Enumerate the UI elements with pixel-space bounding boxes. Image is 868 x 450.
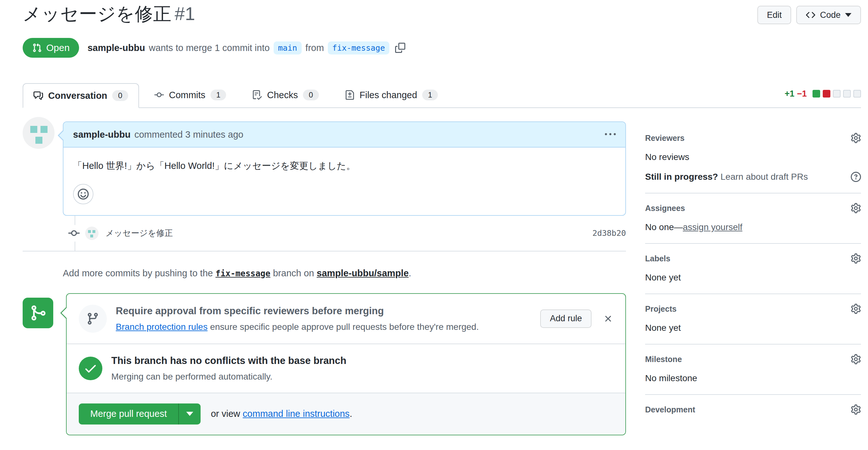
timeline-divider xyxy=(23,251,626,252)
timeline-comment: sample-ubbu commented 3 minutes ago 「Hel… xyxy=(23,121,626,216)
identicon-square xyxy=(35,137,42,144)
pr-tabnav: Conversation 0 Commits 1 Checks 0 Files … xyxy=(23,83,861,108)
git-merge-icon xyxy=(23,298,53,328)
branch-protection-actions: Add rule xyxy=(540,310,613,328)
tab-checks-label: Checks xyxy=(267,90,298,100)
tab-files-changed[interactable]: Files changed 1 xyxy=(334,83,449,107)
cli-hint-period: . xyxy=(349,409,352,419)
branch-protection-text: Require approval from specific reviewers… xyxy=(116,305,478,332)
git-commit-icon xyxy=(68,225,80,242)
merge-sentence-part2: from xyxy=(306,43,324,53)
git-pull-request-icon xyxy=(32,43,42,53)
comment-body: 「Hello 世界!」から「Hello World!」にメッセージを変更しました… xyxy=(63,148,625,215)
add-reaction-button[interactable] xyxy=(73,184,93,204)
chevron-down-icon xyxy=(845,13,851,17)
merge-actions-footer: Merge pull request or view command line … xyxy=(67,393,625,435)
push-hint-repo-link[interactable]: sample-ubbu/sample xyxy=(317,268,408,278)
comment-discussion-icon xyxy=(33,91,43,100)
labels-title: Labels xyxy=(645,254,670,263)
comment-options-button[interactable] xyxy=(605,129,616,140)
assign-yourself-link[interactable]: assign yourself xyxy=(683,222,742,232)
comment-caret-inner xyxy=(59,130,64,140)
copy-icon xyxy=(395,43,405,53)
milestone-title: Milestone xyxy=(645,355,682,364)
development-settings-button[interactable] xyxy=(851,405,861,415)
merge-pull-request-button[interactable]: Merge pull request xyxy=(79,404,178,424)
sidebar-section-assignees: Assignees No one—assign yourself xyxy=(645,193,861,244)
commit-avatar[interactable] xyxy=(85,227,98,240)
tab-conversation-label: Conversation xyxy=(48,91,107,101)
chevron-down-icon xyxy=(186,412,193,416)
projects-heading[interactable]: Projects xyxy=(645,304,861,314)
copy-branch-button[interactable] xyxy=(395,43,405,53)
main-column: sample-ubbu commented 3 minutes ago 「Hel… xyxy=(23,121,626,435)
merge-sentence: sample-ubbu wants to merge 1 commit into… xyxy=(87,41,405,55)
diffstat-block-neutral xyxy=(833,90,841,98)
labels-settings-button[interactable] xyxy=(851,253,861,263)
branch-protection-rules-link[interactable]: Branch protection rules xyxy=(116,322,208,332)
code-button-label: Code xyxy=(820,10,841,20)
learn-draft-prs-link[interactable]: Learn about draft PRs xyxy=(720,172,808,182)
development-heading[interactable]: Development xyxy=(645,405,861,415)
reviewers-settings-button[interactable] xyxy=(851,133,861,143)
pr-sidebar: Reviewers No reviews Still in progress? … xyxy=(645,121,861,435)
sidebar-section-reviewers: Reviewers No reviews Still in progress? … xyxy=(645,121,861,193)
commit-sha-link[interactable]: 2d38b20 xyxy=(592,228,626,238)
sidebar-section-projects: Projects None yet xyxy=(645,294,861,345)
git-commit-icon xyxy=(154,90,164,100)
gear-icon xyxy=(851,253,861,263)
sidebar-section-development: Development xyxy=(645,395,861,425)
merge-sentence-part1: wants to merge 1 commit into xyxy=(149,43,270,53)
tab-checks[interactable]: Checks 0 xyxy=(241,83,330,107)
add-rule-button-label: Add rule xyxy=(550,314,582,323)
edit-button[interactable]: Edit xyxy=(757,6,792,24)
branch-protection-description: Branch protection rules ensure specific … xyxy=(116,322,478,332)
assignees-heading[interactable]: Assignees xyxy=(645,203,861,213)
checklist-icon xyxy=(252,90,262,100)
tab-files-changed-count: 1 xyxy=(422,90,438,100)
comment-author[interactable]: sample-ubbu xyxy=(73,129,130,140)
mergeability-row: This branch has no conflicts with the ba… xyxy=(67,344,625,393)
comment-box: sample-ubbu commented 3 minutes ago 「Hel… xyxy=(63,121,626,216)
assignees-settings-button[interactable] xyxy=(851,203,861,213)
mergeability-text: This branch has no conflicts with the ba… xyxy=(111,355,346,382)
push-hint-branch-link[interactable]: fix-message xyxy=(216,269,271,278)
header-actions: Edit Code xyxy=(757,6,861,24)
head-branch-pill[interactable]: fix-message xyxy=(328,41,390,55)
diffstat-block-neutral xyxy=(853,90,861,98)
kebab-horizontal-icon xyxy=(605,129,616,140)
milestone-settings-button[interactable] xyxy=(851,354,861,364)
assignees-empty-text: No one—assign yourself xyxy=(645,222,861,232)
avatar[interactable] xyxy=(23,117,55,149)
labels-heading[interactable]: Labels xyxy=(645,253,861,263)
sidebar-section-labels: Labels None yet xyxy=(645,244,861,294)
tab-commits-label: Commits xyxy=(169,90,205,100)
pr-author[interactable]: sample-ubbu xyxy=(87,43,145,53)
page-title: メッセージを修正#1 xyxy=(23,3,861,25)
reviewers-heading[interactable]: Reviewers xyxy=(645,133,861,143)
pr-number: #1 xyxy=(175,3,195,24)
code-button[interactable]: Code xyxy=(796,6,861,24)
merge-area: Require approval from specific reviewers… xyxy=(23,293,626,435)
draft-info-button[interactable] xyxy=(851,172,861,182)
smiley-icon xyxy=(77,188,89,200)
merge-panel: Require approval from specific reviewers… xyxy=(66,293,626,435)
base-branch-pill[interactable]: main xyxy=(274,41,302,55)
command-line-instructions-link[interactable]: command line instructions xyxy=(243,409,349,419)
commit-message-link[interactable]: メッセージを修正 xyxy=(105,228,173,239)
mergeability-title: This branch has no conflicts with the ba… xyxy=(111,355,346,366)
tab-commits[interactable]: Commits 1 xyxy=(144,83,237,107)
diffstat[interactable]: +1 −1 xyxy=(784,89,861,101)
tab-files-changed-label: Files changed xyxy=(360,90,417,100)
diffstat-deletions: −1 xyxy=(797,89,807,99)
tab-conversation[interactable]: Conversation 0 xyxy=(23,83,139,108)
milestone-heading[interactable]: Milestone xyxy=(645,354,861,364)
merge-button-group: Merge pull request xyxy=(79,404,200,424)
diffstat-block-deleted xyxy=(823,90,830,98)
merge-options-dropdown-button[interactable] xyxy=(178,404,200,424)
projects-settings-button[interactable] xyxy=(851,304,861,314)
branch-protection-row: Require approval from specific reviewers… xyxy=(67,294,625,344)
add-rule-button[interactable]: Add rule xyxy=(540,310,592,328)
pr-meta: Open sample-ubbu wants to merge 1 commit… xyxy=(23,38,861,58)
dismiss-button[interactable] xyxy=(603,314,613,324)
